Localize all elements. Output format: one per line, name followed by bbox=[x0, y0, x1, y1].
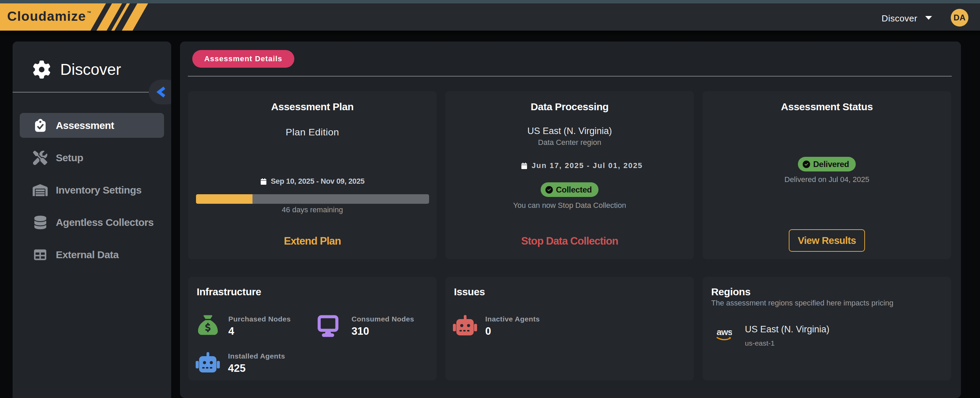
svg-text:Cloudamize: Cloudamize bbox=[7, 9, 86, 24]
svg-text:TM: TM bbox=[87, 11, 91, 14]
svg-text:aws: aws bbox=[717, 327, 732, 337]
